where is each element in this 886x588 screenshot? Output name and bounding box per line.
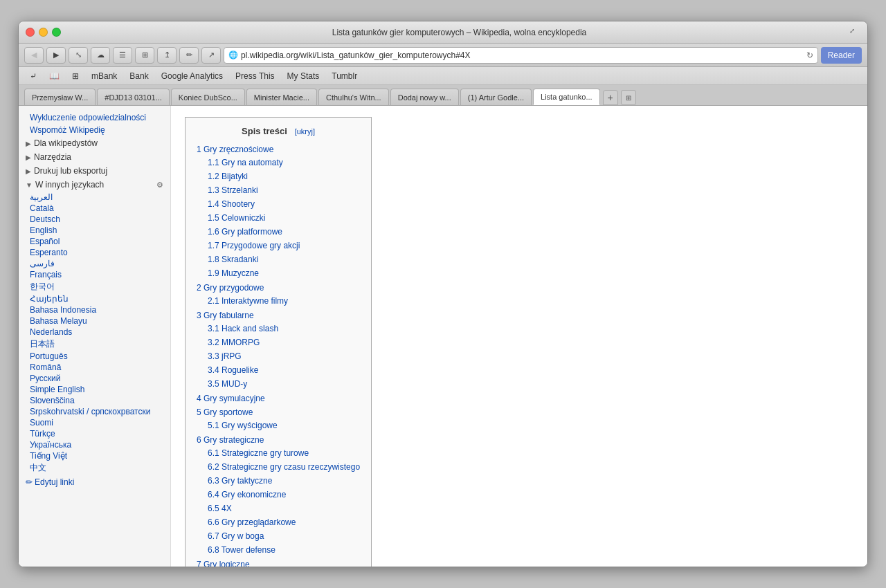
refresh-icon[interactable]: ↻: [806, 50, 813, 60]
toc-link-6-4[interactable]: 6.4 Gry ekonomiczne: [208, 490, 286, 499]
lang-francais[interactable]: Français: [30, 269, 170, 280]
forward-button[interactable]: ▶: [46, 47, 66, 64]
bookmark-button[interactable]: ⊞: [135, 47, 154, 64]
lang-korean[interactable]: 한국어: [30, 280, 170, 293]
bookmark-mbank[interactable]: mBank: [86, 70, 123, 82]
tab-1[interactable]: #DJD13 03101...: [97, 89, 170, 105]
toc-link-1-4[interactable]: 1.4 Shootery: [208, 199, 255, 209]
toc-link-1-2[interactable]: 1.2 Bijatyki: [208, 172, 248, 181]
toc-link-6-1[interactable]: 6.1 Strategiczne gry turowe: [208, 448, 309, 458]
share-button[interactable]: ⤡: [69, 47, 88, 64]
cloud-button[interactable]: ☁: [91, 47, 110, 64]
tab-7[interactable]: Lista gatunko...: [533, 89, 600, 105]
lang-srpskohrvatski[interactable]: Srpskohrvatski / српскохрватски: [30, 406, 170, 417]
sidebar-languages-header[interactable]: ▼ W innych językach ⚙: [19, 178, 170, 192]
toc-link-3-4[interactable]: 3.4 Roguelike: [208, 365, 258, 375]
lang-tieng-viet[interactable]: Tiếng Việt: [30, 450, 170, 461]
toc-link-1[interactable]: 1 Gry zręcznościowe: [197, 145, 273, 154]
sidebar-section-narzedzia[interactable]: ▶ Narzędzia: [19, 150, 170, 164]
lang-esperanto[interactable]: Esperanto: [30, 247, 170, 258]
tab-2[interactable]: Koniec DubSco...: [171, 89, 245, 105]
lang-ukrainian[interactable]: Українська: [30, 439, 170, 450]
lang-nederlands[interactable]: Nederlands: [30, 327, 170, 338]
lang-simple-english[interactable]: Simple English: [30, 384, 170, 395]
lang-turkce[interactable]: Türkçe: [30, 428, 170, 439]
toc-link-2[interactable]: 2 Gry przygodowe: [197, 283, 264, 293]
reader-list-button[interactable]: ☰: [113, 47, 132, 64]
tab-0[interactable]: Przemysław W...: [24, 89, 96, 105]
lang-catala[interactable]: Català: [30, 203, 170, 214]
minimize-button[interactable]: [39, 28, 48, 37]
bookmark-tumblr[interactable]: Tumblr: [326, 70, 363, 82]
lang-bahasa-indonesia[interactable]: Bahasa Indonesia: [30, 304, 170, 315]
bookmark-grid[interactable]: ⊞: [66, 70, 84, 82]
bookmark-my-stats[interactable]: My Stats: [282, 70, 325, 82]
toc-link-5[interactable]: 5 Gry sportowe: [197, 407, 253, 417]
back-button[interactable]: ◀: [24, 47, 44, 64]
gear-icon[interactable]: ⚙: [156, 181, 163, 190]
toc-link-6-2[interactable]: 6.2 Strategiczne gry czasu rzeczywistego: [208, 462, 360, 472]
sidebar-section-dla-wikipedystow[interactable]: ▶ Dla wikipedystów: [19, 136, 170, 150]
share-btn2[interactable]: ↗: [201, 47, 221, 64]
toc-link-3-5[interactable]: 3.5 MUD-y: [208, 379, 247, 389]
lang-slovenscina[interactable]: Slovenščina: [30, 395, 170, 406]
maximize-button[interactable]: [52, 28, 61, 37]
sidebar-section-drukuj[interactable]: ▶ Drukuj lub eksportuj: [19, 164, 170, 178]
tab-4[interactable]: Cthulhu's Witn...: [318, 89, 389, 105]
toc-link-1-1[interactable]: 1.1 Gry na automaty: [208, 158, 283, 167]
toc-link-4[interactable]: 4 Gry symulacyjne: [197, 394, 265, 403]
toc-hide-button[interactable]: [ukryj]: [295, 127, 315, 136]
bookmark-back[interactable]: ⤶: [24, 70, 42, 82]
lang-arabic[interactable]: العربية: [30, 192, 170, 203]
lang-japanese[interactable]: 日本語: [30, 338, 170, 351]
close-button[interactable]: [26, 28, 35, 37]
lang-suomi[interactable]: Suomi: [30, 417, 170, 428]
lang-russian[interactable]: Русский: [30, 373, 170, 384]
sidebar-link-wykluczenie[interactable]: Wykluczenie odpowiedzialności: [19, 111, 170, 124]
toc-link-1-7[interactable]: 1.7 Przygodowe gry akcji: [208, 241, 300, 250]
export-button[interactable]: ↥: [157, 47, 177, 64]
expand-icon[interactable]: ⤢: [849, 27, 860, 38]
bookmark-press-this[interactable]: Press This: [230, 70, 280, 82]
lang-armenian[interactable]: Հայերեն: [30, 293, 170, 304]
lang-chinese[interactable]: 中文: [30, 461, 170, 475]
reader-button[interactable]: Reader: [821, 47, 862, 64]
lang-deutsch[interactable]: Deutsch: [30, 214, 170, 225]
bookmark-google-analytics[interactable]: Google Analytics: [156, 70, 228, 82]
toc-link-6-6[interactable]: 6.6 Gry przeglądarkowe: [208, 517, 296, 527]
toc-link-3-3[interactable]: 3.3 jRPG: [208, 351, 242, 361]
annotate-button[interactable]: ✏: [179, 47, 199, 64]
toc-link-1-3[interactable]: 1.3 Strzelanki: [208, 185, 258, 195]
new-tab-button[interactable]: +: [603, 90, 618, 105]
toc-link-3-1[interactable]: 3.1 Hack and slash: [208, 324, 278, 333]
tab-grid-button[interactable]: ⊞: [621, 90, 636, 105]
lang-bahasa-melayu[interactable]: Bahasa Melayu: [30, 315, 170, 327]
toc-link-7[interactable]: 7 Gry logiczne: [197, 560, 250, 567]
toc-link-1-5[interactable]: 1.5 Celowniczki: [208, 213, 265, 223]
toc-link-6-5[interactable]: 6.5 4X: [208, 504, 232, 513]
lang-farsi[interactable]: فارسی: [30, 258, 170, 269]
sidebar-link-wspomozyj[interactable]: Wspomóż Wikipedię: [19, 124, 170, 136]
tab-6[interactable]: (1) Artur Godle...: [460, 89, 532, 105]
edit-links-button[interactable]: ✏ Edytuj linki: [19, 475, 170, 490]
toc-link-6-7[interactable]: 6.7 Gry w boga: [208, 531, 264, 541]
toc-link-6-3[interactable]: 6.3 Gry taktyczne: [208, 476, 272, 486]
url-input[interactable]: [241, 50, 804, 60]
lang-portugues[interactable]: Português: [30, 351, 170, 362]
toc-link-1-9[interactable]: 1.9 Muzyczne: [208, 268, 259, 278]
toc-link-6[interactable]: 6 Gry strategiczne: [197, 435, 264, 445]
bookmark-bank[interactable]: Bank: [124, 70, 154, 82]
toc-link-3[interactable]: 3 Gry fabularne: [197, 311, 254, 320]
toc-link-1-8[interactable]: 1.8 Skradanki: [208, 255, 258, 264]
lang-romana[interactable]: Română: [30, 362, 170, 373]
bookmark-reader[interactable]: 📖: [44, 70, 65, 82]
tab-3[interactable]: Minister Macie...: [246, 89, 317, 105]
lang-espanol[interactable]: Español: [30, 236, 170, 247]
toc-link-6-8[interactable]: 6.8 Tower defense: [208, 545, 275, 555]
lang-english[interactable]: English: [30, 225, 170, 236]
toc-link-1-6[interactable]: 1.6 Gry platformowe: [208, 227, 282, 237]
toc-link-3-2[interactable]: 3.2 MMORPG: [208, 338, 260, 347]
tab-5[interactable]: Dodaj nowy w...: [390, 89, 459, 105]
toc-link-5-1[interactable]: 5.1 Gry wyścigowe: [208, 421, 278, 430]
toc-link-2-1[interactable]: 2.1 Interaktywne filmy: [208, 296, 288, 306]
